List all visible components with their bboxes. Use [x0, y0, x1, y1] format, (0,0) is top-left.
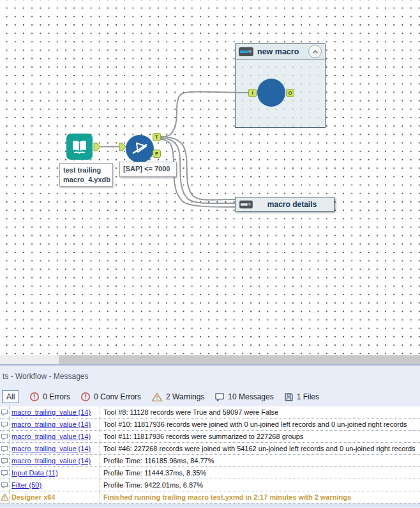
tool-container-macro-details[interactable]: macro details — [235, 197, 334, 212]
message-row-icon — [0, 491, 10, 503]
message-bubble-icon — [1, 458, 8, 465]
alteryx-designer-window: new macro I O — [0, 0, 420, 508]
message-row-icon — [0, 443, 10, 454]
filter-messages-button[interactable]: 10 Messages — [214, 392, 273, 402]
workflow-canvas[interactable]: new macro I O — [0, 0, 420, 355]
files-count-label: 1 Files — [297, 392, 319, 401]
filter-warnings-button[interactable]: 2 Warnings — [151, 392, 204, 402]
results-panel: ts - Workflow - Messages All 0 Errors 0 … — [0, 364, 420, 508]
errors-count-label: 0 Errors — [43, 392, 70, 401]
message-row[interactable]: Designer x64 Finished running trailing m… — [0, 491, 420, 504]
canvas-horizontal-scrollbar[interactable] — [0, 355, 420, 364]
warnings-count-label: 2 Warnings — [166, 392, 204, 401]
results-toolbar: All 0 Errors 0 Conv Errors — [0, 387, 420, 406]
message-bubble-icon — [1, 482, 8, 489]
warning-icon — [151, 392, 163, 402]
message-row[interactable]: Input Data (11) Profile Time: 11444.37ms… — [0, 467, 420, 479]
input-tool-annotation[interactable]: test trailing macro_4.yxdb — [59, 163, 113, 187]
warning-icon — [1, 493, 9, 501]
message-source-link[interactable]: macro_trailing_value (14) — [11, 457, 91, 465]
message-row-icon — [0, 419, 10, 430]
message-text: Profile Time: 11444.37ms, 8.35% — [100, 467, 420, 479]
message-text: Tool #10: 11817936 records were joined w… — [100, 419, 420, 430]
message-source-link[interactable]: macro_trailing_value (14) — [11, 408, 91, 416]
message-bubble-icon — [1, 421, 8, 428]
error-icon — [29, 392, 40, 402]
message-text: Tool #11: 11817936 records were summariz… — [100, 431, 420, 442]
filter-false-anchor[interactable]: F — [153, 150, 161, 158]
open-book-icon — [71, 139, 88, 155]
input-output-anchor[interactable] — [93, 142, 101, 151]
conv-error-icon — [80, 392, 91, 402]
filter-funnel-icon — [130, 139, 149, 158]
filter-tool[interactable] — [126, 135, 154, 163]
input-data-tool[interactable] — [66, 134, 93, 160]
message-row-icon — [0, 479, 10, 491]
message-text: Tool #8: 11128 records were True and 590… — [100, 406, 420, 418]
message-source-link[interactable]: Filter (50) — [11, 481, 41, 489]
messages-count-label: 10 Messages — [228, 392, 273, 401]
message-row-icon — [0, 455, 10, 466]
message-row[interactable]: macro_trailing_value (14) Tool #46: 2272… — [0, 443, 420, 455]
conv-errors-count-label: 0 Conv Errors — [94, 392, 141, 401]
message-text: Profile Time: 116185.96ms, 84.77% — [100, 455, 420, 466]
filter-true-anchor[interactable]: T — [153, 133, 161, 141]
tool-container-icon — [239, 200, 253, 208]
message-source-link[interactable]: macro_trailing_value (14) — [11, 445, 91, 452]
message-row[interactable]: macro_trailing_value (14) Tool #8: 11128… — [0, 406, 420, 419]
message-text: Profile Time: 9422.01ms, 6.87% — [100, 479, 420, 491]
file-save-icon — [284, 392, 294, 402]
message-row[interactable]: macro_trailing_value (14) Profile Time: … — [0, 455, 420, 467]
message-row-icon — [0, 431, 10, 442]
scrollbar-thumb[interactable] — [59, 355, 420, 364]
message-bubble-icon — [1, 445, 8, 452]
message-row[interactable]: Filter (50) Profile Time: 9422.01ms, 6.8… — [0, 479, 420, 491]
message-bubble-icon — [214, 392, 225, 402]
message-row-icon — [0, 406, 10, 418]
filter-input-anchor[interactable] — [119, 142, 126, 151]
filter-conv-errors-button[interactable]: 0 Conv Errors — [80, 392, 141, 402]
panel-footer-strip — [0, 504, 420, 507]
message-source-link[interactable]: macro_trailing_value (14) — [11, 420, 91, 428]
message-bubble-icon — [1, 433, 8, 440]
filter-all-button[interactable]: All — [2, 390, 19, 403]
message-row-icon — [0, 467, 10, 479]
message-text: Finished running trailing macro test.yxm… — [100, 491, 420, 503]
message-row[interactable]: macro_trailing_value (14) Tool #10: 1181… — [0, 419, 420, 431]
message-row[interactable]: macro_trailing_value (14) Tool #11: 1181… — [0, 431, 420, 443]
macro-input-anchor[interactable]: I — [248, 89, 257, 97]
message-source-link[interactable]: Input Data (11) — [11, 469, 58, 477]
results-panel-title: ts - Workflow - Messages — [0, 366, 420, 387]
wire-filter-to-macro[interactable] — [161, 91, 248, 137]
message-text: Tool #46: 227268 records were joined wit… — [100, 443, 420, 454]
container-title: macro details — [253, 200, 331, 209]
message-rows: macro_trailing_value (14) Tool #8: 11128… — [0, 406, 420, 504]
filter-files-button[interactable]: 1 Files — [284, 392, 319, 402]
filter-tool-annotation[interactable]: [SAP] <= 7000 — [119, 162, 177, 177]
message-source-link[interactable]: Designer x64 — [11, 493, 55, 501]
message-bubble-icon — [1, 470, 8, 477]
macro-tool[interactable] — [257, 79, 285, 107]
message-source-link[interactable]: macro_trailing_value (14) — [11, 433, 91, 440]
macro-output-anchor[interactable]: O — [286, 89, 294, 97]
filter-errors-button[interactable]: 0 Errors — [29, 392, 70, 402]
message-bubble-icon — [1, 409, 8, 416]
